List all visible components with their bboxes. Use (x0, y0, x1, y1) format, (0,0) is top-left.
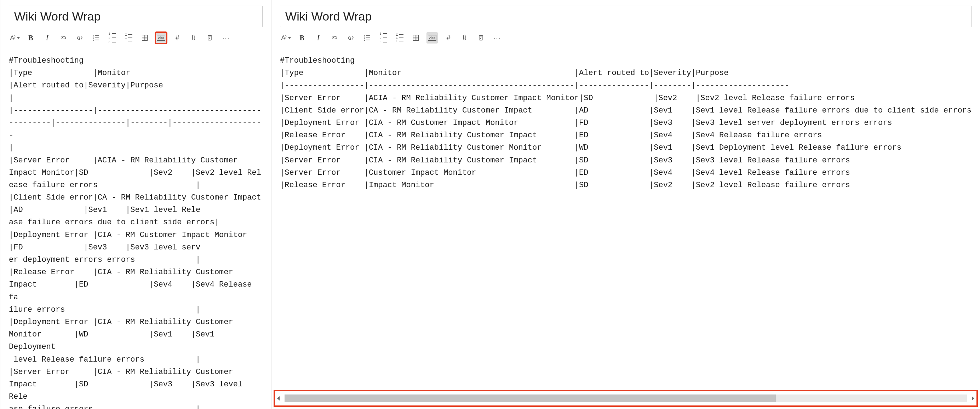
scroll-left-arrow-icon[interactable] (277, 396, 280, 401)
mention-button[interactable]: # (172, 32, 183, 43)
checklist-button[interactable] (123, 32, 134, 43)
scrollbar-thumb[interactable] (285, 395, 776, 402)
more-icon: ··· (222, 34, 230, 42)
italic-button[interactable]: I (312, 32, 324, 43)
bulleted-list-button[interactable] (90, 32, 102, 43)
scrollbar-track[interactable] (285, 395, 967, 402)
editor-pane-nowrap: Wiki Word Wrap B I 123 Abc # (271, 0, 980, 409)
more-button[interactable]: ··· (492, 32, 503, 43)
paste-button[interactable] (475, 32, 487, 43)
paste-button[interactable] (204, 32, 216, 43)
paperclip-icon (461, 34, 468, 41)
horizontal-scrollbar[interactable] (275, 391, 977, 406)
page-title: Wiki Word Wrap (14, 10, 257, 23)
italic-icon: I (317, 34, 320, 42)
checklist-icon (396, 33, 404, 42)
bold-button[interactable]: B (296, 32, 307, 43)
attach-button[interactable] (459, 32, 470, 43)
numbered-list-button[interactable]: 123 (107, 32, 118, 43)
bold-icon: B (28, 34, 33, 42)
numbered-list-icon: 123 (109, 32, 116, 44)
numbered-list-icon: 123 (380, 32, 387, 44)
title-input-wrapper[interactable]: Wiki Word Wrap (9, 6, 262, 27)
hash-icon: # (175, 34, 179, 42)
editor-body-wrapped[interactable]: #Troubleshooting |Type |Monitor |Alert r… (0, 48, 271, 409)
table-icon (142, 35, 148, 41)
link-icon (331, 34, 338, 41)
link-button[interactable] (329, 32, 340, 43)
paperclip-icon (190, 34, 197, 41)
code-icon (347, 34, 354, 41)
text-format-button[interactable] (9, 32, 20, 43)
toolbar: B I 123 Abc # ··· (0, 31, 271, 48)
clipboard-icon (206, 34, 213, 41)
editor-body-nowrap[interactable]: #Troubleshooting |Type |Monitor |Alert r… (272, 48, 980, 409)
code-button[interactable] (74, 32, 85, 43)
numbered-list-button[interactable]: 123 (378, 32, 389, 43)
chevron-down-icon (288, 37, 291, 39)
title-input-wrapper[interactable]: Wiki Word Wrap (280, 6, 972, 27)
link-button[interactable] (58, 32, 69, 43)
checklist-button[interactable] (394, 32, 405, 43)
bulleted-list-icon (93, 35, 99, 41)
word-wrap-icon: Abc (428, 35, 436, 41)
more-button[interactable]: ··· (221, 32, 232, 43)
hash-icon: # (447, 34, 450, 42)
clipboard-icon (477, 34, 485, 41)
more-icon: ··· (494, 34, 501, 42)
code-button[interactable] (345, 32, 356, 43)
link-icon (60, 34, 67, 41)
checklist-icon (125, 33, 132, 42)
word-wrap-icon: Abc (157, 35, 165, 41)
attach-button[interactable] (188, 32, 199, 43)
text-format-button[interactable] (280, 32, 291, 43)
bulleted-list-icon (364, 35, 370, 41)
word-wrap-button[interactable]: Abc (426, 32, 438, 43)
bold-icon: B (299, 34, 304, 42)
table-icon (413, 35, 419, 41)
editor-pane-wrapped: Wiki Word Wrap B I 123 Abc # (0, 0, 271, 409)
mention-button[interactable]: # (443, 32, 454, 43)
table-button[interactable] (410, 32, 422, 43)
bulleted-list-button[interactable] (361, 32, 373, 43)
page-title: Wiki Word Wrap (285, 10, 966, 23)
word-wrap-button[interactable]: Abc (155, 32, 167, 43)
chevron-down-icon (17, 37, 20, 39)
italic-icon: I (46, 34, 48, 42)
scroll-right-arrow-icon[interactable] (972, 396, 974, 401)
table-button[interactable] (139, 32, 150, 43)
bold-button[interactable]: B (25, 32, 37, 43)
toolbar: B I 123 Abc # ··· (272, 31, 980, 48)
italic-button[interactable]: I (41, 32, 53, 43)
code-icon (76, 34, 83, 41)
